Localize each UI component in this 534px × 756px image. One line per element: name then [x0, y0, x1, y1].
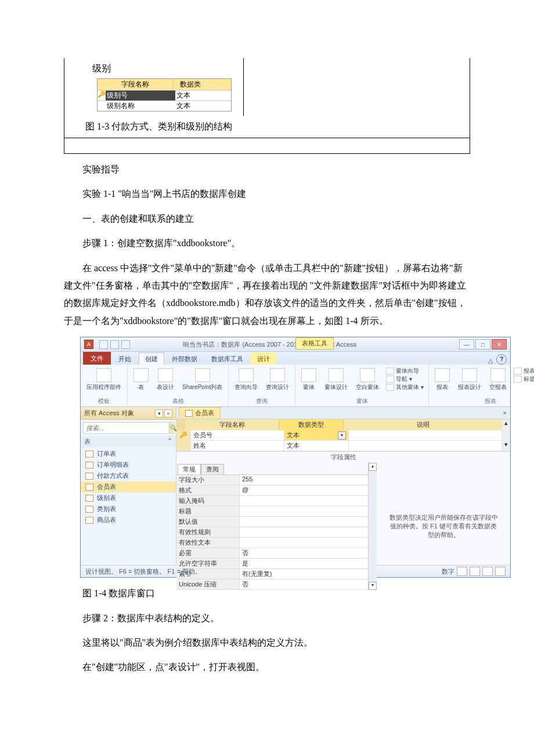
tab-external-data[interactable]: 外部数据	[165, 352, 204, 365]
tab-design[interactable]: 设计	[251, 352, 276, 365]
props-scrollbar[interactable]: ▴ ▾	[368, 463, 377, 590]
view-pivotchart-icon[interactable]	[495, 567, 506, 576]
field-name-cell[interactable]: 姓名	[191, 441, 284, 451]
qat-undo-icon[interactable]	[110, 340, 119, 349]
property-row[interactable]: 输入掩码	[176, 496, 368, 506]
maximize-button[interactable]: □	[475, 339, 490, 350]
scroll-up-icon[interactable]: ▴	[502, 419, 510, 430]
minimize-button[interactable]: —	[459, 339, 474, 350]
property-value[interactable]	[240, 538, 368, 548]
description-cell[interactable]	[349, 430, 502, 441]
scroll-down-icon[interactable]: ▾	[502, 441, 510, 451]
tab-file[interactable]: 文件	[83, 352, 111, 365]
nav-dropdown-icon[interactable]: ▾	[155, 409, 163, 417]
nav-section-tables[interactable]: 表	[84, 437, 91, 446]
view-datasheet-icon[interactable]	[457, 567, 467, 576]
property-row[interactable]: 允许空字符串是	[176, 559, 368, 569]
property-value[interactable]: @	[240, 485, 368, 496]
cmd-navigation[interactable]: 导航 ▾	[386, 375, 424, 383]
other-forms-icon	[386, 384, 394, 391]
mini-hdr-fieldname: 字段名称	[98, 79, 174, 90]
navigation-icon	[386, 376, 394, 383]
col-header-description[interactable]: 说明	[344, 419, 502, 430]
nav-item-payment-method[interactable]: 付款方式表	[81, 470, 176, 481]
nav-section-collapse-icon[interactable]: ⌃	[167, 437, 172, 446]
description-cell[interactable]	[349, 441, 502, 451]
cmd-query-design[interactable]: 查询设计	[265, 367, 290, 393]
col-header-fieldname[interactable]: 字段名称	[186, 419, 279, 430]
group-templates: 模板	[98, 397, 110, 405]
property-row[interactable]: 标题	[176, 506, 368, 517]
property-row[interactable]: Unicode 压缩否	[176, 579, 368, 590]
view-design-icon[interactable]	[470, 567, 480, 576]
nav-collapse-icon[interactable]: «	[164, 409, 172, 417]
tab-create[interactable]: 创建	[139, 352, 164, 365]
subtab-general[interactable]: 常规	[178, 464, 201, 474]
data-type-cell[interactable]: 文本▾	[284, 430, 349, 441]
cmd-query-wizard[interactable]: 查询向导	[233, 367, 259, 393]
scroll-up-icon[interactable]: ▴	[369, 463, 377, 471]
table-icon	[85, 484, 93, 491]
qat-save-icon[interactable]	[99, 340, 108, 349]
property-value[interactable]: 有(无重复)	[240, 569, 368, 579]
nav-item-levels[interactable]: 级别表	[81, 492, 176, 503]
property-value[interactable]	[240, 506, 368, 517]
search-input[interactable]	[84, 423, 169, 433]
cmd-other-forms[interactable]: 其他窗体 ▾	[386, 383, 424, 391]
cmd-labels[interactable]: 标签	[514, 375, 534, 383]
property-value[interactable]: 否	[240, 579, 368, 590]
cmd-report-wizard[interactable]: 报表向导	[514, 367, 534, 375]
property-row[interactable]: 格式@	[176, 485, 368, 496]
nav-item-members[interactable]: 会员表	[81, 481, 176, 492]
property-row[interactable]: 必需否	[176, 548, 368, 559]
property-row[interactable]: 字段大小255	[176, 475, 368, 485]
tab-home[interactable]: 开始	[112, 352, 138, 365]
cmd-app-parts[interactable]: 应用程序部件	[85, 367, 122, 393]
cmd-blank-form[interactable]: 空白窗体	[355, 367, 380, 393]
property-value[interactable]: 否	[240, 548, 368, 559]
nav-item-order-details[interactable]: 订单明细表	[81, 459, 176, 470]
property-row[interactable]: 索引有(无重复)	[176, 569, 368, 579]
close-document-icon[interactable]: ×	[503, 409, 507, 416]
qat-redo-icon[interactable]	[121, 340, 130, 349]
access-app-window: A 响当当书店：数据库 (Access 2007 - 2010) - Micro…	[80, 337, 511, 578]
document-tab-members[interactable]: 会员表	[179, 407, 221, 419]
view-pivottable-icon[interactable]	[482, 567, 493, 576]
property-value[interactable]	[240, 517, 368, 527]
table-row[interactable]: 🔑 会员号 文本▾	[176, 430, 510, 441]
property-row[interactable]: 默认值	[176, 517, 368, 527]
cmd-blank-report[interactable]: 空报表	[488, 367, 508, 393]
property-value[interactable]: 255	[240, 475, 368, 485]
nav-header-title[interactable]: 所有 Access 对象	[84, 409, 134, 417]
nav-item-orders[interactable]: 订单表	[81, 448, 176, 459]
subtab-lookup[interactable]: 查阅	[201, 464, 224, 474]
cmd-report-design[interactable]: 报表设计	[457, 367, 482, 393]
property-value[interactable]: 是	[240, 559, 368, 569]
scroll-down-icon[interactable]: ▾	[369, 582, 377, 590]
cmd-table[interactable]: 表	[132, 367, 150, 393]
table-row[interactable]: 姓名 文本 ▾	[176, 441, 510, 451]
dropdown-icon[interactable]: ▾	[338, 431, 346, 440]
ribbon-minimize-icon[interactable]: △	[488, 357, 493, 365]
tab-db-tools[interactable]: 数据库工具	[205, 352, 250, 365]
property-row[interactable]: 有效性规则	[176, 527, 368, 538]
data-type-cell[interactable]: 文本	[284, 441, 349, 451]
cmd-form-wizard[interactable]: 窗体向导	[386, 367, 424, 375]
help-button[interactable]: ?	[496, 354, 507, 365]
property-value[interactable]	[240, 496, 368, 506]
field-name-cell[interactable]: 会员号	[191, 430, 284, 441]
cmd-table-design[interactable]: 表设计	[156, 367, 175, 393]
cmd-sharepoint[interactable]: SharePoint列表	[181, 367, 223, 393]
cmd-form[interactable]: 窗体	[300, 367, 317, 393]
property-value[interactable]	[240, 527, 368, 538]
cmd-form-design[interactable]: 窗体设计	[323, 367, 349, 393]
nav-item-products[interactable]: 商品表	[81, 514, 176, 525]
nav-search-box[interactable]: 🔍	[83, 422, 174, 434]
nav-item-categories[interactable]: 类别表	[81, 503, 176, 514]
cmd-report[interactable]: 报表	[434, 367, 451, 393]
text-step-2: 步骤 2：数据库中表结构的定义。	[64, 610, 470, 627]
close-button[interactable]: ✕	[492, 339, 507, 350]
ribbon-body: 应用程序部件 模板 表 表设计 SharePoint列表 表格 查询向导 查询设	[81, 365, 510, 407]
col-header-datatype[interactable]: 数据类型	[279, 419, 344, 430]
property-row[interactable]: 有效性文本	[176, 538, 368, 548]
